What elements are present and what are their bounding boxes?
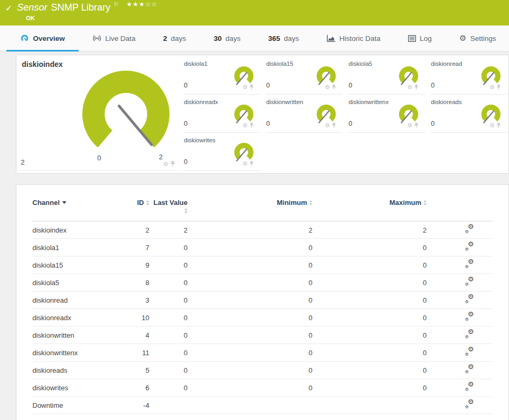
channel-edit-icon[interactable]: ⚙ ⚙ [465, 330, 474, 338]
mini-gauge-value: 0 [266, 82, 270, 89]
gauge-settings-icon[interactable]: ⚙ [325, 123, 330, 128]
last-value-cell: 0 [149, 384, 188, 392]
mini-gauge-label: diskionread [431, 61, 462, 67]
gauge-settings-icon[interactable]: ⚙ [325, 84, 330, 90]
sort-icon[interactable] [309, 200, 312, 205]
tab-settings[interactable]: ⚙ Settings [446, 25, 509, 51]
channel-name-cell: diskioreads [32, 366, 112, 374]
mini-gauge-cell[interactable]: diskiola5 0 ⚙ [349, 60, 425, 95]
gauge-settings-icon[interactable]: ⚙ [489, 84, 495, 90]
gauge-settings-icon[interactable]: ⚙ [407, 123, 412, 128]
channel-edit-icon[interactable]: ⚙ ⚙ [465, 225, 474, 233]
channel-edit-icon[interactable]: ⚙ ⚙ [465, 260, 474, 268]
last-value-cell: 0 [149, 331, 188, 339]
pin-icon[interactable] [332, 123, 336, 128]
mini-gauge-cell[interactable]: diskiowrites 0 ⚙ [184, 136, 260, 171]
gauges-panel: diskioindex 0 2 2 ⚙ diskiola1 0 [16, 55, 509, 174]
pin-icon[interactable] [249, 84, 254, 90]
mini-gauge-cell[interactable]: diskionreadx 0 ⚙ [184, 98, 260, 133]
channel-edit-icon[interactable]: ⚙ ⚙ [465, 383, 474, 391]
channel-edit-icon[interactable]: ⚙ ⚙ [465, 243, 474, 251]
gauge-settings-icon[interactable]: ⚙ [407, 84, 412, 90]
channel-name-cell: diskiola1 [32, 244, 112, 252]
tab-label: Overview [33, 35, 65, 42]
id-cell: 4 [112, 331, 149, 339]
mini-gauge-cell[interactable]: diskionwrittenx 0 ⚙ [349, 98, 425, 133]
small-gear-icon: ⚙ [465, 300, 469, 304]
mini-gauge-cell[interactable]: diskionread 0 ⚙ [431, 60, 507, 95]
gauge-settings-icon[interactable]: ⚙ [242, 161, 248, 167]
maximum-cell: 0 [312, 366, 427, 374]
mini-gauge-value: 0 [184, 120, 188, 127]
tab-historic-data[interactable]: Historic Data [313, 25, 394, 51]
small-gear-icon: ⚙ [465, 353, 469, 357]
channel-name-cell: diskiowrites [32, 384, 112, 392]
gear-icon: ⚙ [468, 328, 474, 335]
channel-edit-icon[interactable]: ⚙ ⚙ [465, 400, 474, 408]
area-chart-icon [327, 35, 336, 42]
tab-live-data[interactable]: Live Data [79, 25, 149, 51]
maximum-cell: 0 [312, 384, 427, 392]
pin-icon[interactable] [332, 84, 336, 90]
maximum-cell: 0 [312, 314, 427, 322]
column-header-channel[interactable]: Channel [32, 199, 112, 207]
sort-icon[interactable] [146, 200, 149, 205]
column-header-minimum[interactable]: Minimum [188, 199, 312, 207]
gauge-settings-icon[interactable]: ⚙ [242, 123, 248, 128]
gauge-settings-icon[interactable]: ⚙ [163, 161, 168, 167]
mini-gauge-cell[interactable]: diskiola1 0 ⚙ [184, 60, 260, 95]
last-value-cell: 0 [149, 279, 188, 287]
last-value-cell: 2 [149, 226, 188, 234]
mini-gauge-cell[interactable]: diskioreads 0 ⚙ [431, 98, 507, 133]
maximum-cell: 0 [312, 279, 427, 287]
flag-icon[interactable]: ⚐ [114, 1, 119, 8]
tab-log[interactable]: Log [394, 25, 446, 51]
pin-icon[interactable] [249, 123, 254, 128]
pin-icon[interactable] [170, 161, 175, 167]
mini-gauge-cell[interactable]: diskiola15 0 ⚙ [266, 60, 342, 95]
tab-2-days[interactable]: 2 days [149, 25, 200, 51]
tab-unit: days [171, 35, 186, 42]
pin-icon[interactable] [496, 123, 501, 128]
mini-gauge-value: 0 [431, 120, 435, 127]
small-gear-icon: ⚙ [465, 335, 469, 339]
column-header-id[interactable]: ID [112, 199, 149, 207]
last-value-cell: 0 [149, 349, 188, 357]
sort-icon[interactable] [423, 200, 427, 205]
gear-icon: ⚙ [468, 381, 474, 388]
id-cell: 9 [112, 261, 149, 269]
gear-icon: ⚙ [468, 276, 474, 282]
priority-stars[interactable]: ★★★☆☆ [126, 1, 158, 8]
column-header-maximum[interactable]: Maximum [312, 199, 427, 207]
maximum-cell: 0 [312, 261, 427, 269]
last-value-cell: 0 [149, 366, 188, 374]
tab-label: Historic Data [340, 35, 380, 42]
pin-icon[interactable] [249, 161, 254, 167]
gauge-settings-icon[interactable]: ⚙ [489, 123, 495, 128]
pin-icon[interactable] [414, 84, 419, 90]
column-header-last-value[interactable]: Last Value [149, 199, 188, 215]
pin-icon[interactable] [496, 84, 501, 90]
tab-30-days[interactable]: 30 days [200, 25, 254, 51]
minimum-cell: 0 [188, 279, 312, 287]
channel-edit-icon[interactable]: ⚙ ⚙ [465, 313, 474, 321]
main-gauge-cell[interactable]: diskioindex 0 2 2 ⚙ [16, 55, 184, 173]
main-gauge [75, 57, 176, 150]
main-gauge-value: 2 [21, 158, 24, 166]
minimum-cell: 0 [188, 366, 312, 374]
tab-365-days[interactable]: 365 days [254, 25, 313, 51]
id-cell: 6 [112, 384, 149, 392]
tab-overview[interactable]: Overview [6, 25, 79, 51]
channel-edit-icon[interactable]: ⚙ ⚙ [465, 348, 474, 356]
channel-name-cell: diskiola5 [32, 279, 112, 287]
small-gear-icon: ⚙ [465, 405, 469, 409]
channel-edit-icon[interactable]: ⚙ ⚙ [465, 278, 474, 286]
pin-icon[interactable] [414, 123, 419, 128]
gauge-settings-icon[interactable]: ⚙ [242, 84, 248, 90]
sort-icon[interactable] [184, 208, 188, 213]
minimum-cell: 2 [188, 226, 312, 234]
channel-name-cell: diskionread [32, 296, 112, 304]
channel-edit-icon[interactable]: ⚙ ⚙ [465, 365, 474, 373]
mini-gauge-cell[interactable]: diskionwritten 0 ⚙ [266, 98, 342, 133]
channel-edit-icon[interactable]: ⚙ ⚙ [465, 295, 474, 303]
